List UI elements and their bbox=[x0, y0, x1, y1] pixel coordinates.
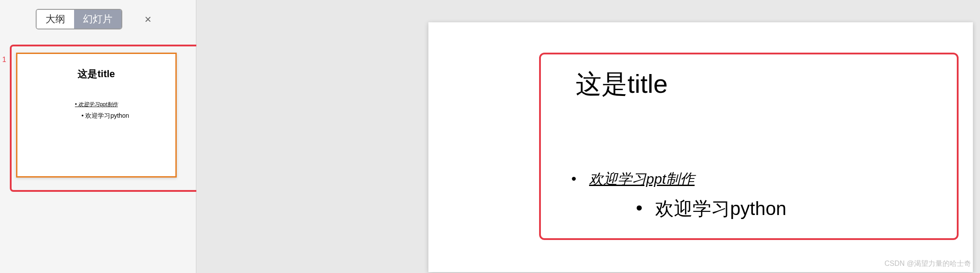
tab-slides[interactable]: 幻灯片 bbox=[74, 10, 121, 29]
slide-thumbnail[interactable]: 这是title 欢迎学习ppt制作 欢迎学习python bbox=[16, 53, 177, 178]
bullet2-dot: • bbox=[636, 197, 643, 219]
slide-bullet2[interactable]: 欢迎学习python bbox=[655, 196, 786, 221]
slide-sidebar: 大纲 幻灯片 × 1 这是title 欢迎学习ppt制作 欢迎学习python bbox=[0, 0, 196, 273]
main-area: 这是title • 欢迎学习ppt制作 • 欢迎学习python bbox=[196, 0, 980, 273]
watermark: CSDN @渴望力量的哈士奇 bbox=[884, 259, 971, 269]
slide-title[interactable]: 这是title bbox=[576, 67, 668, 102]
tab-group: 大纲 幻灯片 bbox=[36, 9, 122, 29]
thumb-bullet1: 欢迎学习ppt制作 bbox=[17, 101, 175, 108]
slide-canvas[interactable]: 这是title • 欢迎学习ppt制作 • 欢迎学习python bbox=[428, 22, 973, 272]
thumb-title: 这是title bbox=[17, 67, 175, 81]
thumb-bullet2: 欢迎学习python bbox=[17, 112, 175, 120]
bullet1-dot: • bbox=[571, 170, 576, 187]
slide-bullet1[interactable]: 欢迎学习ppt制作 bbox=[589, 170, 694, 189]
tab-outline[interactable]: 大纲 bbox=[37, 10, 74, 29]
close-icon[interactable]: × bbox=[145, 12, 151, 26]
slide-number: 1 bbox=[2, 56, 6, 64]
tab-container: 大纲 幻灯片 × bbox=[0, 0, 196, 29]
